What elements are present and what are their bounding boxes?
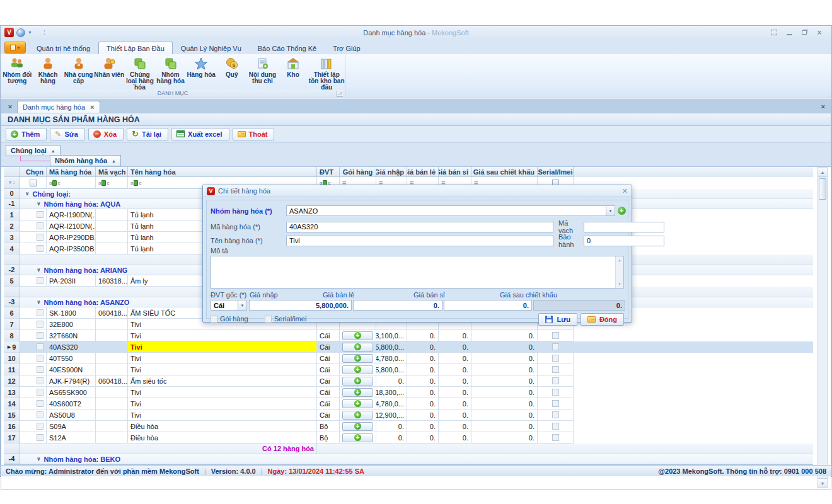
row-select-cell[interactable]: [20, 432, 47, 444]
ribbon-tab-4[interactable]: Báo Cáo Thống Kê: [250, 42, 325, 54]
checkbox-icon[interactable]: [37, 277, 43, 284]
close-all-icon[interactable]: ×: [6, 102, 14, 112]
column-header-ser[interactable]: Serial/Imei: [538, 167, 574, 177]
checkbox-icon[interactable]: [37, 389, 43, 396]
funnel-icon[interactable]: ▼⁚: [8, 180, 16, 185]
checkbox-icon[interactable]: [37, 343, 43, 350]
application-menu-button[interactable]: ▼: [4, 42, 26, 54]
row-select-cell[interactable]: [20, 275, 47, 287]
chevron-expand-icon[interactable]: ∨: [37, 267, 41, 273]
chevron-down-icon[interactable]: ▼: [28, 30, 32, 35]
package-add-button[interactable]: +: [342, 377, 373, 386]
tải-lại-button[interactable]: ↻Tải lại: [127, 128, 168, 140]
chevron-expand-icon[interactable]: ∨: [37, 201, 41, 207]
scroll-down-icon[interactable]: ▼: [616, 280, 623, 288]
checkbox-icon[interactable]: [37, 377, 43, 384]
table-row[interactable]: 1440S600T2TiviCái+4,780,0...0.0.0.: [4, 398, 813, 410]
row-select-cell[interactable]: [20, 421, 47, 432]
ribbon-item-8[interactable]: $Quỹ: [216, 55, 247, 78]
ribbon-item-3[interactable]: Nhà cung cấp: [63, 55, 94, 84]
close-button[interactable]: ×: [815, 29, 824, 37]
dialog-close-icon[interactable]: ✕: [622, 187, 628, 195]
column-header-dvt[interactable]: ĐVT: [317, 167, 340, 177]
wholesale-price-input[interactable]: 0.: [444, 300, 532, 311]
column-header-nhap[interactable]: Giá nhập: [376, 167, 407, 177]
chevron-down-icon[interactable]: ▼: [606, 205, 615, 216]
package-add-button[interactable]: +: [342, 433, 373, 442]
checkbox-icon[interactable]: [552, 411, 559, 418]
table-row[interactable]: 832T660NTiviCái+3,100,0...0.0.0.: [4, 330, 813, 341]
ribbon-tab-3[interactable]: Quản Lý Nghiệp Vụ: [173, 42, 250, 54]
restore-button[interactable]: [800, 29, 809, 37]
fullscreen-button[interactable]: [770, 29, 778, 37]
serial-checkbox[interactable]: Serial/imei: [265, 315, 306, 323]
chevron-expand-icon[interactable]: ∨: [37, 299, 41, 305]
tab-danh-muc-hang-hoa[interactable]: Danh mục hàng hóa ×: [17, 101, 100, 113]
table-row[interactable]: 16S09AĐiều hòaBộ+0.0.0.0.: [4, 421, 813, 432]
row-select-cell[interactable]: [20, 243, 47, 255]
ribbon-item-4[interactable]: Nhân viên: [94, 55, 125, 78]
minimize-button[interactable]: [785, 29, 794, 37]
checkbox-icon[interactable]: [37, 211, 43, 218]
tab-close-icon[interactable]: ×: [90, 103, 94, 111]
serial-cell[interactable]: [538, 398, 574, 410]
ribbon-item-6[interactable]: Nhóm hàng hóa: [155, 55, 186, 84]
ribbon-item-11[interactable]: Thiết lập tồn kho ban đầu: [308, 55, 345, 91]
column-header-le[interactable]: Giá bán lẻ: [407, 167, 439, 177]
scroll-down-icon[interactable]: ▼: [818, 478, 827, 488]
column-header-pkg[interactable]: Gói hàng: [340, 167, 376, 177]
vertical-scrollbar[interactable]: ▲ ▼: [818, 167, 828, 488]
row-select-cell[interactable]: [20, 209, 47, 220]
ribbon-item-10[interactable]: Kho: [278, 55, 309, 78]
checkbox-icon[interactable]: [552, 434, 559, 441]
scroll-up-icon[interactable]: ▲: [818, 168, 827, 177]
checkbox-icon[interactable]: [552, 400, 559, 407]
table-row[interactable]: 13AS65SK900TiviCái+18,300,...0.0.0.: [4, 387, 813, 398]
groupby-chip-nhom-hang-hoa[interactable]: Nhóm hàng hóa ▲: [50, 155, 121, 166]
table-row[interactable]: 12AJK-F794(R)060418...Ấm siêu tốcCái+0.0…: [4, 375, 813, 387]
checkbox-icon[interactable]: [552, 366, 559, 373]
serial-cell[interactable]: [538, 410, 574, 421]
table-row[interactable]: 1140ES900NTiviCái+5,800,0...0.0.0.: [4, 364, 813, 375]
table-row[interactable]: 1040T550TiviCái+4,780,0...0.0.0.: [4, 353, 813, 364]
checkbox-icon[interactable]: [552, 355, 559, 362]
serial-cell[interactable]: [538, 364, 574, 375]
package-add-button[interactable]: +: [342, 354, 373, 363]
row-select-cell[interactable]: [20, 319, 47, 330]
row-select-cell[interactable]: [20, 375, 47, 387]
checkbox-icon[interactable]: [37, 245, 43, 252]
chevron-expand-icon[interactable]: ∨: [37, 456, 41, 462]
add-group-button[interactable]: +: [616, 205, 627, 216]
serial-cell[interactable]: [538, 375, 574, 387]
checkbox-icon[interactable]: [37, 366, 43, 373]
filter-select-checkbox[interactable]: [20, 177, 47, 189]
row-select-cell[interactable]: [20, 220, 47, 232]
barcode-input[interactable]: [584, 222, 664, 232]
group-row[interactable]: -4∨Nhóm hàng hóa: BEKO: [4, 454, 813, 464]
serial-cell[interactable]: [538, 421, 574, 432]
row-select-cell[interactable]: [20, 398, 47, 410]
checkbox-icon[interactable]: [37, 234, 43, 241]
checkbox-icon[interactable]: [37, 355, 43, 362]
checkbox-icon[interactable]: [37, 222, 43, 229]
package-checkbox[interactable]: Gói hàng: [211, 315, 265, 323]
serial-cell[interactable]: [538, 387, 574, 398]
description-textarea[interactable]: ▲▼: [211, 256, 624, 289]
table-row[interactable]: 15AS50U8TiviCái+12,900,...0.0.0.: [4, 410, 813, 421]
row-select-cell[interactable]: [20, 364, 47, 375]
row-select-cell[interactable]: [20, 307, 47, 319]
textarea-scrollbar[interactable]: ▲▼: [615, 256, 623, 288]
chevron-expand-icon[interactable]: ∨: [25, 191, 30, 197]
column-header-code[interactable]: Mã hàng hóa: [47, 167, 96, 177]
serial-cell[interactable]: [538, 353, 574, 364]
thoát-button[interactable]: →Thoát: [233, 128, 275, 140]
column-header-si[interactable]: Giá bán sỉ: [439, 167, 471, 177]
checkbox-icon[interactable]: [552, 332, 559, 339]
product-code-input[interactable]: 40AS320: [286, 222, 553, 232]
base-unit-combo[interactable]: Cái: [211, 300, 238, 311]
package-add-button[interactable]: +: [342, 365, 373, 374]
text-filter-icon[interactable]: ac: [98, 180, 109, 186]
retail-price-input[interactable]: 0.: [353, 300, 442, 311]
checkbox-icon[interactable]: [37, 411, 43, 418]
ribbon-item-9[interactable]: Nội dung thu chi: [247, 55, 278, 84]
